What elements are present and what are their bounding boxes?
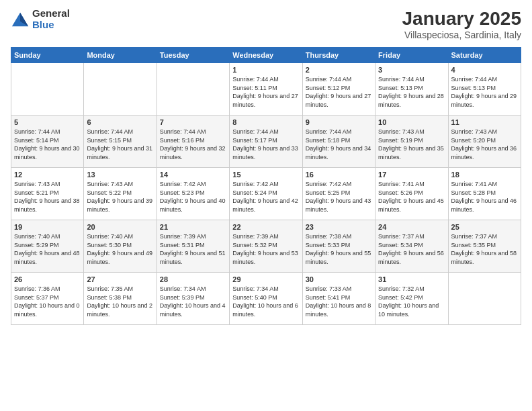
location-subtitle: Villaspeciosa, Sardinia, Italy <box>402 30 521 40</box>
calendar-cell: 8Sunrise: 7:44 AM Sunset: 5:17 PM Daylig… <box>230 116 302 168</box>
calendar-cell: 23Sunrise: 7:38 AM Sunset: 5:33 PM Dayli… <box>302 220 375 273</box>
col-friday: Friday <box>375 48 448 63</box>
day-info: Sunrise: 7:41 AM Sunset: 5:26 PM Dayligh… <box>378 180 445 214</box>
day-number: 15 <box>232 171 299 179</box>
day-number: 9 <box>306 118 372 126</box>
calendar-cell: 15Sunrise: 7:42 AM Sunset: 5:24 PM Dayli… <box>230 168 302 220</box>
header-row: Sunday Monday Tuesday Wednesday Thursday… <box>11 48 521 63</box>
day-number: 19 <box>14 223 81 231</box>
day-number: 2 <box>306 66 372 74</box>
calendar-cell: 5Sunrise: 7:44 AM Sunset: 5:14 PM Daylig… <box>11 116 84 168</box>
logo: General Blue <box>11 8 70 30</box>
calendar-cell: 27Sunrise: 7:35 AM Sunset: 5:38 PM Dayli… <box>84 273 157 325</box>
calendar-cell <box>84 63 157 116</box>
day-number: 13 <box>87 171 153 179</box>
day-info: Sunrise: 7:32 AM Sunset: 5:42 PM Dayligh… <box>378 285 445 318</box>
day-info: Sunrise: 7:34 AM Sunset: 5:39 PM Dayligh… <box>160 285 226 318</box>
calendar-body: 1Sunrise: 7:44 AM Sunset: 5:11 PM Daylig… <box>11 63 521 325</box>
calendar-table: Sunday Monday Tuesday Wednesday Thursday… <box>11 47 521 325</box>
col-tuesday: Tuesday <box>157 48 229 63</box>
calendar-cell: 7Sunrise: 7:44 AM Sunset: 5:16 PM Daylig… <box>157 116 229 168</box>
calendar-cell: 25Sunrise: 7:37 AM Sunset: 5:35 PM Dayli… <box>448 220 521 273</box>
calendar-cell: 26Sunrise: 7:36 AM Sunset: 5:37 PM Dayli… <box>11 273 84 325</box>
day-number: 24 <box>378 223 445 231</box>
calendar-cell: 11Sunrise: 7:43 AM Sunset: 5:20 PM Dayli… <box>448 116 521 168</box>
day-info: Sunrise: 7:44 AM Sunset: 5:16 PM Dayligh… <box>160 128 226 161</box>
calendar-cell: 14Sunrise: 7:42 AM Sunset: 5:23 PM Dayli… <box>157 168 229 220</box>
calendar-cell: 28Sunrise: 7:34 AM Sunset: 5:39 PM Dayli… <box>157 273 229 325</box>
day-number: 6 <box>87 118 153 126</box>
col-thursday: Thursday <box>302 48 375 63</box>
day-number: 12 <box>14 171 81 179</box>
day-info: Sunrise: 7:44 AM Sunset: 5:13 PM Dayligh… <box>378 75 445 109</box>
day-number: 26 <box>14 275 81 283</box>
col-saturday: Saturday <box>448 48 521 63</box>
day-info: Sunrise: 7:42 AM Sunset: 5:23 PM Dayligh… <box>160 180 226 214</box>
day-number: 17 <box>378 171 445 179</box>
day-info: Sunrise: 7:40 AM Sunset: 5:30 PM Dayligh… <box>87 232 153 266</box>
calendar-week-2: 12Sunrise: 7:43 AM Sunset: 5:21 PM Dayli… <box>11 168 521 220</box>
calendar-cell: 10Sunrise: 7:43 AM Sunset: 5:19 PM Dayli… <box>375 116 448 168</box>
day-number: 8 <box>232 118 299 126</box>
day-number: 16 <box>306 171 372 179</box>
calendar-cell: 29Sunrise: 7:34 AM Sunset: 5:40 PM Dayli… <box>230 273 302 325</box>
day-number: 11 <box>451 118 518 126</box>
calendar-cell: 30Sunrise: 7:33 AM Sunset: 5:41 PM Dayli… <box>302 273 375 325</box>
day-info: Sunrise: 7:43 AM Sunset: 5:22 PM Dayligh… <box>87 180 153 214</box>
day-info: Sunrise: 7:39 AM Sunset: 5:31 PM Dayligh… <box>160 232 226 266</box>
logo-icon <box>11 10 30 29</box>
day-number: 14 <box>160 171 226 179</box>
day-info: Sunrise: 7:42 AM Sunset: 5:24 PM Dayligh… <box>232 180 299 214</box>
day-info: Sunrise: 7:34 AM Sunset: 5:40 PM Dayligh… <box>232 285 299 318</box>
day-number: 22 <box>232 223 299 231</box>
day-number: 18 <box>451 171 518 179</box>
page: General Blue January 2025 Villaspeciosa,… <box>0 0 532 411</box>
day-info: Sunrise: 7:36 AM Sunset: 5:37 PM Dayligh… <box>14 285 81 318</box>
col-wednesday: Wednesday <box>230 48 302 63</box>
calendar-cell: 13Sunrise: 7:43 AM Sunset: 5:22 PM Dayli… <box>84 168 157 220</box>
calendar-cell: 20Sunrise: 7:40 AM Sunset: 5:30 PM Dayli… <box>84 220 157 273</box>
calendar-week-0: 1Sunrise: 7:44 AM Sunset: 5:11 PM Daylig… <box>11 63 521 116</box>
day-info: Sunrise: 7:37 AM Sunset: 5:35 PM Dayligh… <box>451 232 518 266</box>
calendar-cell <box>157 63 229 116</box>
calendar-cell: 21Sunrise: 7:39 AM Sunset: 5:31 PM Dayli… <box>157 220 229 273</box>
day-info: Sunrise: 7:44 AM Sunset: 5:14 PM Dayligh… <box>14 128 81 161</box>
logo-text: General Blue <box>32 8 70 30</box>
col-sunday: Sunday <box>11 48 84 63</box>
title-block: January 2025 Villaspeciosa, Sardinia, It… <box>402 8 521 40</box>
day-info: Sunrise: 7:35 AM Sunset: 5:38 PM Dayligh… <box>87 285 153 318</box>
day-number: 20 <box>87 223 153 231</box>
day-info: Sunrise: 7:44 AM Sunset: 5:13 PM Dayligh… <box>451 75 518 109</box>
day-info: Sunrise: 7:43 AM Sunset: 5:19 PM Dayligh… <box>378 128 445 161</box>
calendar-week-4: 26Sunrise: 7:36 AM Sunset: 5:37 PM Dayli… <box>11 273 521 325</box>
day-info: Sunrise: 7:38 AM Sunset: 5:33 PM Dayligh… <box>306 232 372 266</box>
day-number: 7 <box>160 118 226 126</box>
calendar-cell: 4Sunrise: 7:44 AM Sunset: 5:13 PM Daylig… <box>448 63 521 116</box>
day-info: Sunrise: 7:44 AM Sunset: 5:11 PM Dayligh… <box>232 75 299 109</box>
day-info: Sunrise: 7:43 AM Sunset: 5:20 PM Dayligh… <box>451 128 518 161</box>
calendar-cell: 19Sunrise: 7:40 AM Sunset: 5:29 PM Dayli… <box>11 220 84 273</box>
day-info: Sunrise: 7:44 AM Sunset: 5:12 PM Dayligh… <box>306 75 372 109</box>
day-info: Sunrise: 7:37 AM Sunset: 5:34 PM Dayligh… <box>378 232 445 266</box>
day-number: 4 <box>451 66 518 74</box>
calendar-cell: 9Sunrise: 7:44 AM Sunset: 5:18 PM Daylig… <box>302 116 375 168</box>
logo-general-text: General <box>32 8 70 19</box>
day-number: 21 <box>160 223 226 231</box>
calendar-cell: 17Sunrise: 7:41 AM Sunset: 5:26 PM Dayli… <box>375 168 448 220</box>
calendar-cell <box>448 273 521 325</box>
calendar-cell: 16Sunrise: 7:42 AM Sunset: 5:25 PM Dayli… <box>302 168 375 220</box>
logo-blue-text: Blue <box>32 19 70 31</box>
header: General Blue January 2025 Villaspeciosa,… <box>11 8 521 40</box>
day-number: 3 <box>378 66 445 74</box>
day-info: Sunrise: 7:43 AM Sunset: 5:21 PM Dayligh… <box>14 180 81 214</box>
calendar-cell: 31Sunrise: 7:32 AM Sunset: 5:42 PM Dayli… <box>375 273 448 325</box>
calendar-cell: 2Sunrise: 7:44 AM Sunset: 5:12 PM Daylig… <box>302 63 375 116</box>
day-number: 29 <box>232 275 299 283</box>
day-number: 28 <box>160 275 226 283</box>
calendar-cell: 6Sunrise: 7:44 AM Sunset: 5:15 PM Daylig… <box>84 116 157 168</box>
day-number: 10 <box>378 118 445 126</box>
calendar-cell: 3Sunrise: 7:44 AM Sunset: 5:13 PM Daylig… <box>375 63 448 116</box>
calendar-week-3: 19Sunrise: 7:40 AM Sunset: 5:29 PM Dayli… <box>11 220 521 273</box>
calendar-cell: 18Sunrise: 7:41 AM Sunset: 5:28 PM Dayli… <box>448 168 521 220</box>
day-number: 1 <box>232 66 299 74</box>
